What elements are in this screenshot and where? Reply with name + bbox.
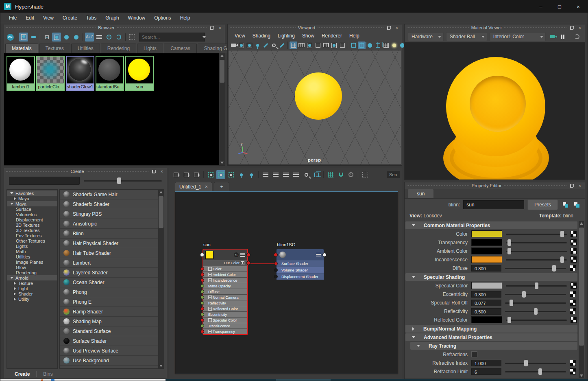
swatch-render-on-toggle-icon[interactable]: ON [6, 33, 15, 42]
texture-map-button[interactable] [570, 360, 576, 366]
color-swatch[interactable] [471, 239, 502, 246]
slider-handle[interactable] [535, 282, 538, 289]
tree-item-utility[interactable]: Utility [7, 296, 57, 302]
texture-map-button[interactable] [570, 308, 576, 314]
tree-item-math[interactable]: Math [7, 249, 57, 254]
shaded-cube-icon[interactable] [358, 42, 366, 49]
material-name-field[interactable] [463, 200, 524, 209]
texture-map-button[interactable] [570, 265, 576, 271]
node-sun[interactable]: S Out Color ColorAmbient ColorIncandesce… [203, 249, 248, 335]
frame-all-icon[interactable] [361, 170, 370, 179]
material-swatch[interactable] [205, 251, 213, 259]
menu-graph[interactable]: Graph [101, 13, 123, 23]
caret-down-icon[interactable] [412, 336, 415, 338]
tree-item-3d-textures[interactable]: 3D Textures [7, 228, 57, 233]
close-panel-icon[interactable]: × [217, 25, 223, 31]
checker-texture-icon[interactable] [382, 42, 390, 49]
tree-item-arnold[interactable]: Arnold [7, 275, 57, 280]
camera-attributes-icon[interactable] [246, 42, 253, 49]
map-icon[interactable] [208, 318, 212, 322]
close-panel-icon[interactable]: × [159, 169, 165, 174]
shader-item-phong[interactable]: Phong [60, 287, 158, 297]
section-specular-shading[interactable]: Specular Shading [405, 273, 577, 281]
shader-list-scrollbar[interactable] [158, 190, 164, 368]
panel-drag-handle[interactable] [407, 185, 469, 186]
input-connections-icon[interactable] [172, 170, 181, 179]
bookmark-icon[interactable] [254, 42, 261, 49]
remove-node-from-graph-icon[interactable] [226, 170, 235, 179]
node-attr-ambient-color[interactable]: Ambient Color [203, 272, 247, 277]
map-icon[interactable] [241, 261, 244, 265]
field-chart-icon[interactable] [322, 42, 330, 49]
menu-file[interactable]: File [4, 13, 21, 23]
shader-item-shaderfx-game-hair[interactable]: Shaderfx Game Hair [60, 190, 158, 199]
presets-button[interactable]: Presets [527, 199, 558, 210]
tree-item-glow[interactable]: Glow [7, 265, 57, 270]
panel-drag-handle[interactable] [6, 171, 68, 172]
scroll-thumb[interactable] [220, 60, 224, 83]
map-icon[interactable] [208, 273, 212, 276]
node-search-box[interactable]: Sea [387, 171, 400, 178]
textured-cube-icon[interactable] [374, 42, 382, 49]
texture-map-button[interactable] [571, 248, 577, 254]
viewport-canvas[interactable]: y persp [228, 50, 401, 165]
panel-drag-handle[interactable] [504, 185, 566, 186]
panel-drag-handle[interactable] [407, 27, 469, 28]
section-ray-tracing[interactable]: Ray Tracing [410, 342, 577, 350]
viewport-menu-view[interactable]: View [231, 31, 249, 41]
close-tab-icon[interactable]: × [205, 184, 208, 190]
sort-by-type-icon[interactable] [95, 33, 104, 42]
node-header[interactable] [277, 249, 324, 260]
safe-action-icon[interactable] [330, 42, 338, 49]
float-panel-icon[interactable] [386, 25, 392, 31]
menu-create[interactable]: Create [58, 13, 82, 23]
safe-title-icon[interactable] [338, 42, 346, 49]
viewport-menu-lighting[interactable]: Lighting [274, 31, 298, 41]
wireframe-cube-icon[interactable] [350, 42, 357, 49]
shader-item-phong-e[interactable]: Phong E [60, 297, 158, 307]
node-attr-volume-shader[interactable]: Volume Shader [277, 267, 324, 273]
tab-cameras[interactable]: Cameras [164, 44, 197, 53]
chevron-down-icon[interactable] [203, 36, 206, 38]
shader-item-blinn[interactable]: Blinn [60, 229, 158, 239]
swatch-size-extra-large-icon[interactable] [72, 33, 81, 42]
layout-connected-mode-icon[interactable] [271, 170, 280, 179]
show-in-lookdev-icon[interactable] [561, 201, 569, 209]
add-tab-button[interactable]: + [214, 182, 229, 191]
tree-item-displacement[interactable]: Displacement [7, 217, 57, 222]
film-gate-icon[interactable] [298, 42, 305, 49]
attr-port[interactable] [200, 290, 204, 293]
toggle-grid-snap-icon[interactable] [326, 170, 335, 179]
tab-textures[interactable]: Textures [39, 44, 70, 53]
sort-alphabetical-icon[interactable]: A↓Z [85, 33, 94, 42]
menu-tabs[interactable]: Tabs [82, 13, 101, 23]
attr-port[interactable] [200, 318, 204, 322]
caret-right-icon[interactable] [14, 197, 16, 200]
refresh-render-icon[interactable] [573, 32, 581, 41]
toggle-magnet-snap-icon[interactable] [336, 170, 345, 179]
attr-port[interactable] [200, 284, 204, 288]
shader-item-usd-preview-surface[interactable]: Usd Preview Surface [60, 346, 158, 356]
scroll-down-icon[interactable] [580, 374, 583, 377]
node-attr-incandescence[interactable]: Incandescence [203, 278, 247, 283]
slider-handle[interactable] [507, 248, 511, 254]
color-swatch[interactable] [471, 316, 502, 323]
slider-handle[interactable] [560, 231, 564, 237]
shader-item-hair-tube-shader[interactable]: Hair Tube Shader [60, 248, 158, 258]
close-panel-icon[interactable]: × [577, 183, 583, 188]
menu-view[interactable]: View [39, 13, 58, 23]
slider-handle[interactable] [534, 308, 538, 315]
pin-selected-icon[interactable] [247, 170, 256, 179]
texture-map-button[interactable] [571, 231, 577, 237]
map-icon[interactable] [208, 267, 212, 271]
panel-drag-handle[interactable] [6, 27, 96, 28]
attribute-slider[interactable] [505, 360, 566, 366]
slider-handle[interactable] [510, 300, 513, 306]
scroll-up-icon[interactable] [580, 222, 583, 225]
view-as-list-icon[interactable] [29, 33, 38, 42]
tree-item-utilities[interactable]: Utilities [7, 254, 57, 259]
create-filter-input[interactable] [9, 177, 80, 185]
node-header[interactable]: S [203, 250, 247, 260]
slider-handle[interactable] [117, 177, 121, 184]
tree-item-rendering[interactable]: Rendering [7, 270, 57, 275]
